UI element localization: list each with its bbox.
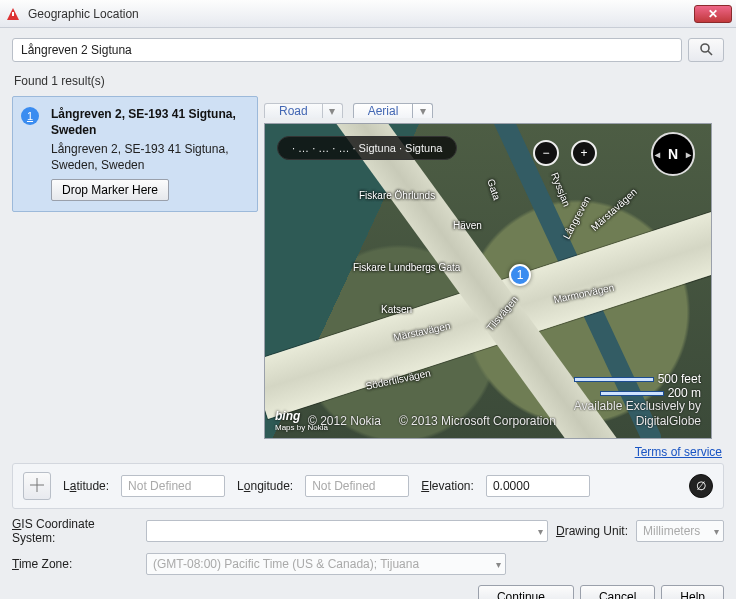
search-button[interactable] [688,38,724,62]
latitude-label: Latitude: [63,479,109,493]
search-row [12,38,724,62]
map-breadcrumb[interactable]: · … · … · … · Sigtuna · Sigtuna [277,136,457,160]
svg-rect-1 [12,12,14,16]
reset-button[interactable]: ∅ [689,474,713,498]
results-count: Found 1 result(s) [14,74,724,88]
window-title: Geographic Location [28,7,694,21]
slash-icon: ∅ [696,479,706,493]
longitude-input[interactable] [305,475,409,497]
gis-row: GIS Coordinate System: Drawing Unit: Mil… [12,517,724,545]
terms-of-service-link[interactable]: Terms of service [635,445,722,459]
tab-road-dropdown[interactable]: ▾ [323,103,343,118]
drop-marker-button[interactable]: Drop Marker Here [51,179,169,201]
crosshair-icon [30,478,44,495]
timezone-select[interactable]: (GMT-08:00) Pacific Time (US & Canada); … [146,553,506,575]
timezone-label: Time Zone: [12,557,138,571]
result-card[interactable]: 1 Långreven 2, SE-193 41 Sigtuna, Sweden… [12,96,258,212]
result-title: Långreven 2, SE-193 41 Sigtuna, Sweden [51,107,247,138]
search-icon [699,42,713,59]
timezone-row: Time Zone: (GMT-08:00) Pacific Time (US … [12,553,724,575]
lat-long-elev-group: Latitude: Longitude: Elevation: ∅ [12,463,724,509]
dialog-button-row: Continue... Cancel Help [12,585,724,599]
results-and-map: 1 Långreven 2, SE-193 41 Sigtuna, Sweden… [12,96,724,439]
longitude-label: Longitude: [237,479,293,493]
elevation-input[interactable] [486,475,590,497]
drawing-unit-label: Drawing Unit: [556,524,628,538]
zoom-out-button[interactable]: − [533,140,559,166]
svg-point-2 [701,44,709,52]
map-column: Road ▾ Aerial ▾ Fiskare Öhrlunds Gata Hä… [264,96,724,439]
dialog-content: Found 1 result(s) 1 Långreven 2, SE-193 … [0,28,736,599]
title-bar: Geographic Location ✕ [0,0,736,28]
map-scalebar: 500 feet 200 m [571,372,701,400]
street-label: Katsen [381,304,412,315]
compass-control[interactable]: N [651,132,695,176]
minus-icon: − [542,146,549,160]
tab-road[interactable]: Road ▾ [264,98,343,122]
pick-point-button[interactable] [23,472,51,500]
cancel-button[interactable]: Cancel [580,585,655,599]
zoom-in-button[interactable]: + [571,140,597,166]
help-button[interactable]: Help [661,585,724,599]
copyright-nokia: © 2012 Nokia [308,414,381,430]
copyright-dg: Available Exclusively by DigitalGlobe [574,399,701,430]
tab-aerial-label: Aerial [353,103,414,118]
tab-aerial[interactable]: Aerial ▾ [353,98,434,122]
search-input[interactable] [12,38,682,62]
drawing-unit-select[interactable]: Millimeters [636,520,724,542]
map-tabs: Road ▾ Aerial ▾ [264,96,724,122]
svg-line-3 [708,51,712,55]
close-icon: ✕ [708,7,718,21]
result-number-badge: 1 [21,107,39,125]
continue-button[interactable]: Continue... [478,585,574,599]
chevron-down-icon: ▾ [329,104,335,118]
map-marker[interactable]: 1 [509,264,531,286]
tab-road-label: Road [264,103,323,118]
scale-feet: 500 feet [658,372,701,386]
tab-aerial-dropdown[interactable]: ▾ [413,103,433,118]
elevation-label: Elevation: [421,479,474,493]
terms-of-service-row: Terms of service [12,439,724,463]
street-label: Fiskare Öhrlunds [359,190,435,201]
collapse-results-handle[interactable]: ❮ [264,244,265,284]
copyright-ms: © 2013 Microsoft Corporation [399,414,556,430]
map-viewport[interactable]: Fiskare Öhrlunds Gata Häven Ryssjan Lång… [264,123,712,439]
app-icon [4,5,22,23]
street-label: Fiskare Lundbergs Gata [353,262,460,273]
result-subtitle: Långreven 2, SE-193 41 Sigtuna, Sweden, … [51,142,247,173]
results-panel: 1 Långreven 2, SE-193 41 Sigtuna, Sweden… [12,96,258,439]
latitude-input[interactable] [121,475,225,497]
close-button[interactable]: ✕ [694,5,732,23]
gis-label: GIS Coordinate System: [12,517,138,545]
street-label: Häven [453,220,482,231]
chevron-down-icon: ▾ [420,104,426,118]
gis-select[interactable] [146,520,548,542]
plus-icon: + [580,146,587,160]
map-copyright: © 2012 Nokia © 2013 Microsoft Corporatio… [308,399,701,430]
